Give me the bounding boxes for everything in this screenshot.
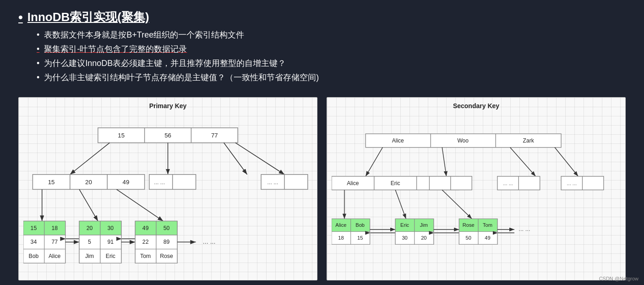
primary-key-title: Primary Key: [23, 102, 312, 110]
svg-text:56: 56: [164, 132, 171, 139]
svg-text:22: 22: [142, 239, 149, 245]
slide: InnoDB索引实现(聚集) 表数据文件本身就是按B+Tree组织的一个索引结构…: [0, 0, 644, 285]
watermark: CSDN @Netgrow: [599, 276, 639, 281]
svg-text:49: 49: [485, 235, 490, 241]
svg-line-101: [442, 190, 472, 219]
svg-text:5: 5: [88, 239, 91, 245]
diagrams-row: Primary Key 15 56 77: [18, 97, 626, 280]
svg-text:15: 15: [31, 225, 37, 231]
svg-text:77: 77: [211, 132, 218, 139]
svg-text:Eric: Eric: [391, 180, 400, 186]
svg-text:Rose: Rose: [463, 222, 475, 228]
svg-line-24: [117, 189, 164, 221]
svg-text:Tom: Tom: [140, 253, 151, 259]
svg-text:Rose: Rose: [160, 253, 173, 259]
secondary-key-svg: Alice Woo Zark Alice Eric Rose: [332, 113, 621, 278]
svg-text:77: 77: [51, 239, 58, 245]
svg-line-83: [510, 148, 536, 176]
svg-text:15: 15: [118, 132, 125, 139]
svg-text:30: 30: [108, 225, 114, 231]
svg-text:Zark: Zark: [523, 137, 535, 144]
svg-text:20: 20: [421, 235, 426, 241]
svg-text:49: 49: [123, 179, 130, 186]
sub-bullet-1: 表数据文件本身就是按B+Tree组织的一个索引结构文件: [37, 29, 626, 41]
svg-line-9: [235, 143, 284, 175]
svg-text:Tom: Tom: [483, 222, 492, 228]
svg-line-8: [224, 143, 247, 175]
main-bullet: InnoDB索引实现(聚集): [18, 9, 626, 25]
svg-text:34: 34: [31, 239, 37, 245]
svg-text:Alice: Alice: [335, 222, 346, 228]
svg-text:... ...: ... ...: [267, 179, 278, 186]
svg-text:Alice: Alice: [392, 137, 404, 144]
svg-text:20: 20: [85, 179, 92, 186]
svg-text:89: 89: [164, 239, 170, 245]
svg-text:Jim: Jim: [420, 222, 428, 228]
svg-text:... ...: ... ...: [518, 225, 530, 232]
svg-text:Bob: Bob: [355, 222, 365, 228]
sub-bullet-2: 聚集索引-叶节点包含了完整的数据记录: [37, 43, 626, 55]
svg-line-82: [442, 148, 446, 176]
svg-text:91: 91: [108, 239, 114, 245]
svg-text:Bob: Bob: [29, 253, 39, 259]
svg-text:... ...: ... ...: [203, 238, 216, 245]
svg-text:... ...: ... ...: [503, 181, 513, 186]
svg-line-100: [395, 190, 406, 219]
svg-text:30: 30: [402, 235, 407, 241]
secondary-key-diagram: Secondary Key Alice Woo Zark: [327, 97, 626, 280]
sub-bullet-4: 为什么非主键索引结构叶子节点存储的是主键值？（一致性和节省存储空间): [37, 71, 626, 84]
svg-text:Eric: Eric: [106, 253, 115, 259]
svg-line-23: [79, 189, 98, 221]
svg-text:Eric: Eric: [400, 222, 409, 228]
sub-bullet-3: 为什么建议InnoDB表必须建主键，并且推荐使用整型的自增主键？: [37, 57, 626, 70]
svg-text:18: 18: [338, 235, 344, 241]
svg-text:Alice: Alice: [49, 253, 61, 259]
bullet-section: InnoDB索引实现(聚集) 表数据文件本身就是按B+Tree组织的一个索引结构…: [18, 9, 626, 86]
svg-line-84: [555, 148, 578, 176]
svg-text:50: 50: [466, 235, 471, 241]
svg-text:49: 49: [142, 225, 149, 231]
svg-text:20: 20: [87, 225, 93, 231]
svg-text:50: 50: [164, 225, 170, 231]
svg-text:... ...: ... ...: [567, 181, 577, 186]
svg-text:Woo: Woo: [457, 137, 469, 144]
primary-key-diagram: Primary Key 15 56 77: [18, 97, 317, 280]
primary-key-svg: 15 56 77 15 20 49: [23, 113, 312, 278]
svg-line-6: [70, 143, 110, 175]
svg-text:15: 15: [48, 179, 55, 186]
svg-line-81: [366, 148, 382, 176]
svg-text:Jim: Jim: [85, 253, 94, 259]
svg-text:Alice: Alice: [347, 180, 359, 186]
svg-text:18: 18: [51, 225, 58, 231]
svg-text:15: 15: [357, 235, 363, 241]
secondary-key-title: Secondary Key: [332, 102, 621, 110]
svg-text:... ...: ... ...: [154, 179, 165, 186]
